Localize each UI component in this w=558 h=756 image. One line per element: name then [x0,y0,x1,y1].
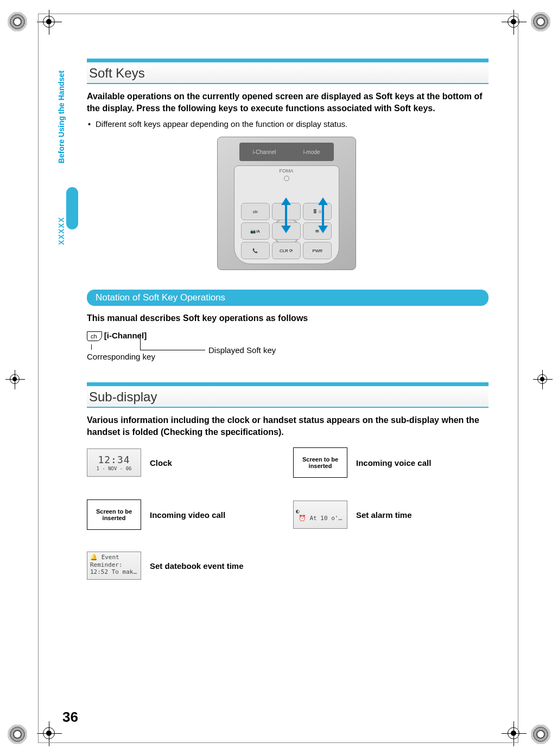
leader-displayed-soft-key: Displayed Soft key [208,345,276,355]
example-voice-call: Screen to be inserted Incoming voice cal… [293,447,483,478]
arrow-softkey-right [319,197,327,233]
handset-body: FOMA ch ≣ ☆ 📷/A ✉ 📞 CLR ⟳ PWR [234,165,339,264]
handset-illustration: i-Channel i-mode FOMA ch ≣ ☆ 📷/A ✉ 📞 CLR… [217,137,356,270]
label-voice-call: Incoming voice call [356,458,431,467]
registration-mark [8,12,27,31]
section-divider [87,382,489,386]
softkey-right-label: i-mode [303,149,320,155]
clock-date: 1 - NOV - 06 [96,466,131,472]
leader-corresponding-key: Corresponding key [87,352,155,361]
key-clr: CLR ⟳ [272,242,301,259]
camera-icon [284,176,289,181]
handset-brand: FOMA [234,166,339,174]
example-physical-key: ch [87,331,102,341]
soft-keys-bullet: Different soft keys appear depending on … [87,119,486,129]
page-number: 36 [62,709,78,726]
soft-key-left: ch [241,203,270,220]
notation-example: ch [i-Channel] [87,331,486,341]
alarm-clock-icon: ⏰ [299,515,306,522]
bell-icon: 🔔 [90,554,98,561]
softkey-left-label: i-Channel [253,149,276,155]
section-title-soft-keys: Soft Keys [87,62,489,84]
key-call: 📞 [241,242,270,259]
arrow-softkey-left [282,197,290,233]
event-line2: Reminder: [90,561,123,568]
section-divider [87,59,489,62]
section-title-sub-display: Sub-display [87,386,489,408]
example-alarm: ◐ ⏰ At 10 o'… Set alarm time [293,501,483,529]
datebook-display-image: 🔔 Event Reminder: 12:52 To mak… [87,552,141,580]
alarm-display-image: ◐ ⏰ At 10 o'… [293,501,347,529]
label-video-call: Incoming video call [150,510,225,520]
key-power: PWR [303,242,332,259]
clock-display-image: 12:34 1 - NOV - 06 [87,449,141,477]
clock-time: 12:34 [98,454,130,466]
registration-mark [531,725,550,744]
event-line1: Event [102,554,119,561]
example-clock: 12:34 1 - NOV - 06 Clock [87,449,277,477]
chapter-side-tab [66,187,78,229]
chapter-side-label: Before Using the Handset [57,71,66,163]
registration-mark [8,725,27,744]
notation-intro: This manual describes Soft key operation… [87,313,486,323]
crop-mark-side [533,370,553,389]
handset-screen: i-Channel i-mode [239,143,334,161]
key-camera: 📷/A [241,222,270,240]
alarm-text: At 10 o'… [310,515,343,522]
sub-display-examples: 12:34 1 - NOV - 06 Clock Screen to be in… [87,447,489,580]
soft-keys-intro: Available operations on the currently op… [87,91,489,114]
example-video-call: Screen to be inserted Incoming video cal… [87,499,277,530]
subsection-heading-notation: Notation of Soft Key Operations [87,290,489,306]
example-datebook: 🔔 Event Reminder: 12:52 To mak… Set date… [87,552,277,580]
chapter-side-marker: XXXXX [57,217,66,245]
label-datebook: Set datebook event time [150,561,244,571]
registration-mark [531,12,550,31]
event-line3: 12:52 To mak… [90,568,137,575]
placeholder-box: Screen to be inserted [87,499,141,530]
page-content: Soft Keys Available operations on the cu… [87,59,486,601]
label-alarm: Set alarm time [356,510,412,520]
placeholder-box: Screen to be inserted [293,447,347,478]
label-clock: Clock [150,458,172,467]
notation-leader-lines: Corresponding key Displayed Soft key [87,343,486,356]
soft-key-right: ≣ ☆ [303,203,332,220]
crop-mark-side [5,370,25,389]
sub-display-intro: Various information including the clock … [87,414,489,438]
